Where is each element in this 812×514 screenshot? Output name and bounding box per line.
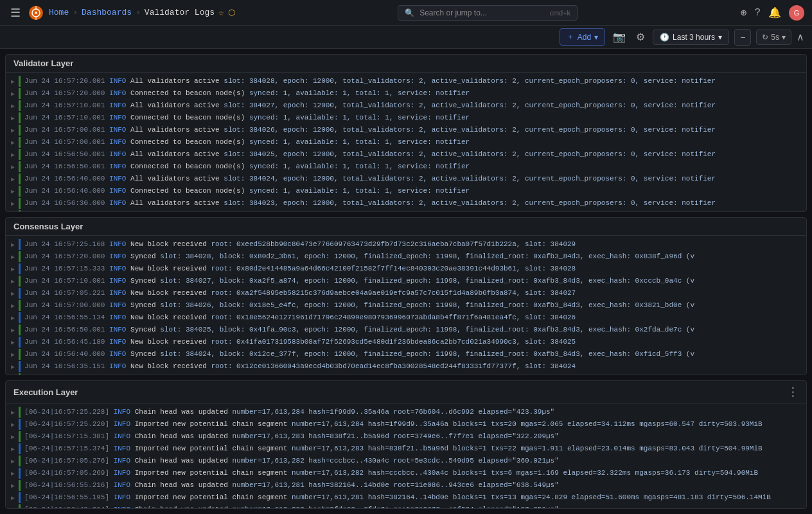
expand-icon[interactable]: ▶ <box>11 443 15 454</box>
table-row[interactable]: ▶Jun 24 16:57:10.001 INFO All validators… <box>6 100 806 112</box>
table-row[interactable]: ▶Jun 24 16:56:30.000 INFO All validators… <box>6 197 806 209</box>
table-row[interactable]: ▶[06-24|16:57:05.276] INFO Chain head wa… <box>6 455 806 467</box>
expand-icon[interactable]: ▶ <box>11 137 15 148</box>
user-avatar[interactable]: G <box>789 5 804 21</box>
breadcrumb-dashboards[interactable]: Dashboards <box>82 8 132 17</box>
expand-icon[interactable]: ▶ <box>11 456 15 466</box>
log-level-bar <box>19 407 21 418</box>
zoom-out-button[interactable]: − <box>734 29 751 46</box>
table-row[interactable]: ▶Jun 24 16:56:30.000 INFO Synced slot: 3… <box>6 373 806 375</box>
table-row[interactable]: ▶[06-24|16:57:15.381] INFO Chain head wa… <box>6 430 806 443</box>
breadcrumb: Home › Dashboards › Validator Logs ☆ ⬡ <box>49 7 235 18</box>
table-row[interactable]: ▶Jun 24 16:57:05.221 INFO New block rece… <box>6 287 806 299</box>
expand-icon[interactable]: ▶ <box>11 419 15 430</box>
expand-icon[interactable]: ▶ <box>11 125 15 136</box>
share-icon[interactable]: ⬡ <box>228 8 235 18</box>
search-bar[interactable]: 🔍 Search or jump to... cmd+k <box>398 5 578 21</box>
expand-icon[interactable]: ▶ <box>11 504 15 509</box>
expand-icon[interactable]: ▶ <box>11 324 15 335</box>
table-row[interactable]: ▶[06-24|16:57:25.220] INFO Imported new … <box>6 418 806 430</box>
table-row[interactable]: ▶Jun 24 16:56:50.001 INFO Synced slot: 3… <box>6 324 806 336</box>
expand-icon[interactable]: ▶ <box>11 361 15 372</box>
expand-icon[interactable]: ▶ <box>11 186 15 197</box>
star-icon[interactable]: ☆ <box>218 7 224 18</box>
time-range-chevron: ▾ <box>718 33 722 42</box>
expand-icon[interactable]: ▶ <box>11 312 15 323</box>
table-row[interactable]: ▶Jun 24 16:56:55.134 INFO New block rece… <box>6 312 806 324</box>
table-row[interactable]: ▶[06-24|16:56:55.195] INFO Imported new … <box>6 492 806 504</box>
expand-icon[interactable]: ▶ <box>11 349 15 360</box>
expand-icon[interactable]: ▶ <box>11 288 15 299</box>
bell-icon[interactable]: 🔔 <box>768 6 781 19</box>
expand-icon[interactable]: ▶ <box>11 198 15 209</box>
expand-icon[interactable]: ▶ <box>11 480 15 491</box>
expand-icon[interactable]: ▶ <box>11 276 15 287</box>
expand-icon[interactable]: ▶ <box>11 112 15 123</box>
expand-icon[interactable]: ▶ <box>11 337 15 348</box>
table-row[interactable]: ▶Jun 24 16:57:20.001 INFO All validators… <box>6 75 806 87</box>
expand-icon[interactable]: ▶ <box>11 88 15 99</box>
expand-icon[interactable]: ▶ <box>11 251 15 262</box>
table-row[interactable]: ▶Jun 24 16:56:40.000 INFO All validators… <box>6 173 806 185</box>
settings-icon[interactable]: ⚙ <box>633 28 648 46</box>
expand-icon[interactable]: ▶ <box>11 100 15 111</box>
table-row[interactable]: ▶Jun 24 16:56:30.000 INFO Connected to b… <box>6 209 806 212</box>
table-row[interactable]: ▶Jun 24 16:56:40.000 INFO Synced slot: 3… <box>6 348 806 360</box>
expand-icon[interactable]: ▶ <box>11 300 15 311</box>
table-row[interactable]: ▶Jun 24 16:56:50.001 INFO All validators… <box>6 148 806 161</box>
expand-icon[interactable]: ▶ <box>11 149 15 160</box>
log-text: Jun 24 16:57:00.000 INFO Synced slot: 38… <box>24 300 694 311</box>
panel-title-execution-layer: Execution Layer <box>13 387 78 397</box>
log-level-bar <box>19 288 21 299</box>
table-row[interactable]: ▶[06-24|16:56:45.214] INFO Chain head wa… <box>6 504 806 509</box>
breadcrumb-home[interactable]: Home <box>49 8 69 17</box>
plus-icon[interactable]: ⊕ <box>741 6 747 19</box>
expand-icon[interactable]: ▶ <box>11 468 15 479</box>
refresh-button[interactable]: ↻ 5s ▾ <box>756 30 791 45</box>
table-row[interactable]: ▶Jun 24 16:57:25.168 INFO New block rece… <box>6 238 806 251</box>
log-text: Jun 24 16:57:15.333 INFO New block recei… <box>24 263 576 274</box>
table-row[interactable]: ▶[06-24|16:56:55.216] INFO Chain head wa… <box>6 479 806 492</box>
table-row[interactable]: ▶Jun 24 16:56:35.151 INFO New block rece… <box>6 360 806 373</box>
table-row[interactable]: ▶[06-24|16:57:05.269] INFO Imported new … <box>6 467 806 479</box>
add-button[interactable]: ＋ Add ▾ <box>560 28 605 46</box>
time-range-picker[interactable]: 🕐 Last 3 hours ▾ <box>653 30 729 45</box>
log-text: Jun 24 16:56:30.000 INFO Connected to be… <box>24 210 470 212</box>
expand-icon[interactable]: ▶ <box>11 263 15 274</box>
expand-icon[interactable]: ▶ <box>11 373 15 375</box>
panel-menu-icon[interactable]: ⋮ <box>787 385 799 399</box>
table-row[interactable]: ▶Jun 24 16:57:20.000 INFO Connected to b… <box>6 87 806 100</box>
expand-icon[interactable]: ▶ <box>11 239 15 250</box>
table-row[interactable]: ▶Jun 24 16:57:00.001 INFO All validators… <box>6 124 806 136</box>
log-level-bar <box>19 76 21 87</box>
refresh-interval: 5s <box>771 33 779 42</box>
table-row[interactable]: ▶Jun 24 16:57:10.001 INFO Connected to b… <box>6 112 806 124</box>
table-row[interactable]: ▶[06-24|16:57:25.228] INFO Chain head wa… <box>6 406 806 418</box>
nav-right: ⊕ ? 🔔 G <box>741 5 804 21</box>
expand-icon[interactable]: ▶ <box>11 173 15 184</box>
help-icon[interactable]: ? <box>754 7 761 19</box>
camera-icon[interactable]: 📷 <box>610 28 628 46</box>
expand-icon[interactable]: ▶ <box>11 492 15 503</box>
log-level-bar <box>19 300 21 311</box>
table-row[interactable]: ▶Jun 24 16:57:15.333 INFO New block rece… <box>6 263 806 275</box>
table-row[interactable]: ▶[06-24|16:57:15.374] INFO Imported new … <box>6 443 806 455</box>
table-row[interactable]: ▶Jun 24 16:57:00.001 INFO Connected to b… <box>6 136 806 148</box>
table-row[interactable]: ▶Jun 24 16:57:00.000 INFO Synced slot: 3… <box>6 299 806 312</box>
refresh-chevron: ▾ <box>782 33 786 42</box>
table-row[interactable]: ▶Jun 24 16:56:45.180 INFO New block rece… <box>6 336 806 348</box>
collapse-button[interactable]: ∧ <box>797 31 804 43</box>
expand-icon[interactable]: ▶ <box>11 210 15 212</box>
expand-icon[interactable]: ▶ <box>11 431 15 442</box>
table-row[interactable]: ▶Jun 24 16:56:50.001 INFO Connected to b… <box>6 161 806 173</box>
table-row[interactable]: ▶Jun 24 16:56:40.000 INFO Connected to b… <box>6 185 806 197</box>
table-row[interactable]: ▶Jun 24 16:57:20.000 INFO Synced slot: 3… <box>6 251 806 263</box>
expand-icon[interactable]: ▶ <box>11 161 15 172</box>
expand-icon[interactable]: ▶ <box>11 76 15 87</box>
log-level-bar <box>19 137 21 148</box>
expand-icon[interactable]: ▶ <box>11 407 15 418</box>
table-row[interactable]: ▶Jun 24 16:57:10.001 INFO Synced slot: 3… <box>6 275 806 287</box>
log-text: Jun 24 16:57:20.000 INFO Synced slot: 38… <box>24 251 694 262</box>
hamburger-button[interactable]: ☰ <box>8 3 23 22</box>
log-text: Jun 24 16:56:50.001 INFO All validators … <box>24 149 716 160</box>
